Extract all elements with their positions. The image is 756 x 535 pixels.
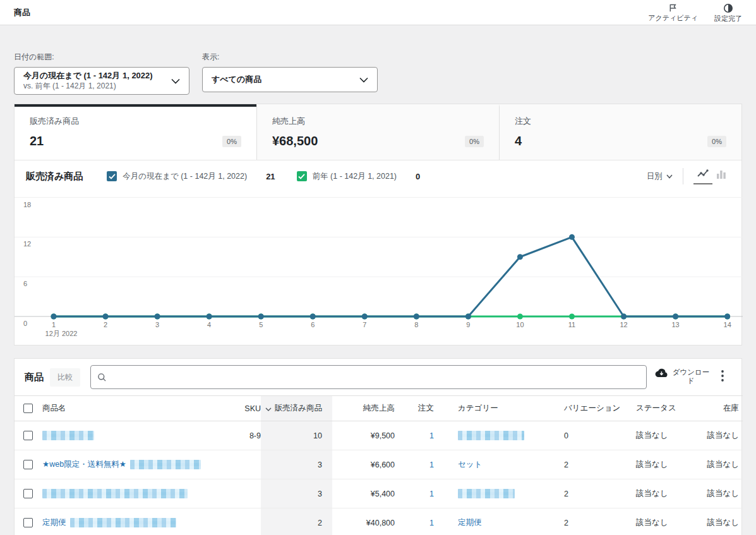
table-header-row: 商品名 SKU 販売済み商品 純売上高 注文 カテゴリー バリエーション ステー… [15,396,743,421]
legend-item-current[interactable]: 今月の現在まで (1 - 142月 1, 2022) 21 [107,171,275,182]
column-header-category: カテゴリー [444,396,560,421]
category-link[interactable]: 定期便 [458,518,482,527]
row-checkbox[interactable] [23,460,33,469]
half-circle-icon [723,3,733,13]
card-value: 4 [515,134,522,148]
sort-desc-icon [265,404,272,413]
column-header-orders[interactable]: 注文 [405,396,444,421]
column-header-sku[interactable]: SKU [223,396,261,421]
summary-numbers: 販売済み商品 21 0% 純売上高 ¥68,500 0% 注文 4 0% [15,104,741,160]
category-link[interactable]: セット [458,460,482,469]
items-sold-cell: 2 [261,508,332,535]
table-row: 定期便 2 ¥40,800 1 定期便 2 該当なし 該当なし [15,508,743,535]
column-header-name[interactable]: 商品名 [42,396,223,421]
select-all-checkbox[interactable] [23,404,33,413]
flag-icon [668,3,678,13]
summary-card-net-sales[interactable]: 純売上高 ¥68,500 0% [256,104,499,160]
search-box[interactable] [90,365,647,389]
stock-cell: 該当なし [693,421,743,450]
stock-cell: 該当なし [693,508,743,535]
delta-badge: 0% [465,136,484,147]
ellipsis-icon [721,370,724,382]
svg-text:3: 3 [155,321,159,328]
interval-select[interactable]: 日別 [647,171,673,182]
svg-text:9: 9 [466,321,470,328]
table-row: 3 ¥5,400 1 2 該当なし 該当なし [15,479,743,508]
product-name-link[interactable]: 定期便 [42,518,66,527]
redacted-category [458,431,524,440]
show-label: 表示: [202,52,378,63]
row-checkbox[interactable] [23,518,33,527]
table-row: ★web限定・送料無料★ 3 ¥6,600 1 セット 2 該当なし 該当なし [15,450,743,479]
topbar: 商品 アクティビティ 設定完了 [0,0,756,25]
setup-progress-button[interactable]: 設定完了 [714,2,742,23]
redacted-product-name [130,460,201,469]
bar-chart-toggle[interactable] [712,169,730,184]
svg-text:6: 6 [311,321,315,328]
svg-text:5: 5 [259,321,263,328]
svg-text:8: 8 [414,321,418,328]
search-input[interactable] [112,373,640,382]
checkbox-checked-icon [297,171,307,181]
svg-text:12: 12 [23,240,31,248]
variations-cell: 2 [560,479,636,508]
row-checkbox[interactable] [23,431,33,440]
interval-label: 日別 [647,171,663,182]
orders-link[interactable]: 1 [429,460,434,469]
show-filter-group: 表示: すべての商品 [202,52,378,95]
page-title: 商品 [14,7,30,18]
svg-text:12: 12 [620,321,627,328]
legend-label: 今月の現在まで (1 - 142月 1, 2022) [123,171,247,182]
svg-text:11: 11 [568,321,575,328]
status-cell: 該当なし [636,450,693,479]
column-header-net-sales[interactable]: 純売上高 [332,396,405,421]
card-label: 純売上高 [272,116,484,127]
svg-text:18: 18 [23,201,31,208]
summary-card-orders[interactable]: 注文 4 0% [499,104,741,160]
chevron-down-icon [666,174,673,179]
chevron-down-icon [171,75,180,87]
variations-cell: 2 [560,508,636,535]
ellipsis-menu-button[interactable] [714,370,731,384]
line-chart-toggle[interactable] [693,168,712,184]
orders-link[interactable]: 1 [429,519,434,527]
items-sold-cell: 3 [261,479,332,508]
row-checkbox[interactable] [23,489,33,498]
download-label: ダウンロード [671,368,711,386]
products-table: 商品名 SKU 販売済み商品 純売上高 注文 カテゴリー バリエーション ステー… [15,395,743,535]
compare-button[interactable]: 比較 [50,368,80,387]
download-button[interactable]: ダウンロード [658,368,707,386]
column-header-items-sold[interactable]: 販売済み商品 [261,396,332,421]
status-cell: 該当なし [636,479,693,508]
activity-button[interactable]: アクティビティ [648,2,698,23]
chevron-down-icon [359,74,368,85]
summary-card-items-sold[interactable]: 販売済み商品 21 0% [15,104,256,160]
items-sold-cell: 3 [261,450,332,479]
topbar-actions: アクティビティ 設定完了 [648,2,742,23]
chart-title: 販売済み商品 [26,171,83,183]
svg-text:14: 14 [724,321,731,328]
chart-panel: 販売済み商品 21 0% 純売上高 ¥68,500 0% 注文 4 0% [14,104,742,346]
orders-link[interactable]: 1 [429,490,434,498]
status-cell: 該当なし [636,508,693,535]
show-select[interactable]: すべての商品 [202,67,378,92]
orders-link[interactable]: 1 [429,431,434,440]
svg-text:0: 0 [23,320,27,327]
card-label: 注文 [515,116,726,127]
sku-cell [223,450,261,479]
card-label: 販売済み商品 [30,116,241,127]
legend-item-previous[interactable]: 前年 (1 - 142月 1, 2021) 0 [297,171,421,182]
date-range-select[interactable]: 今月の現在まで (1 - 142月 1, 2022) vs. 前年 (1 - 1… [14,67,189,95]
net-sales-cell: ¥6,600 [332,450,405,479]
svg-text:4: 4 [207,321,211,328]
date-range-label: 日付の範囲: [14,52,189,63]
net-sales-cell: ¥40,800 [332,508,405,535]
date-range-primary: 今月の現在まで (1 - 142月 1, 2022) [23,71,153,81]
product-name-link[interactable]: ★web限定・送料無料★ [42,460,126,469]
download-icon [654,368,668,378]
redacted-category [458,489,515,498]
column-header-variations[interactable]: バリエーション [560,396,636,421]
date-range-filter-group: 日付の範囲: 今月の現在まで (1 - 142月 1, 2022) vs. 前年… [14,52,189,95]
svg-text:7: 7 [363,321,366,328]
table-title: 商品 [25,371,44,383]
